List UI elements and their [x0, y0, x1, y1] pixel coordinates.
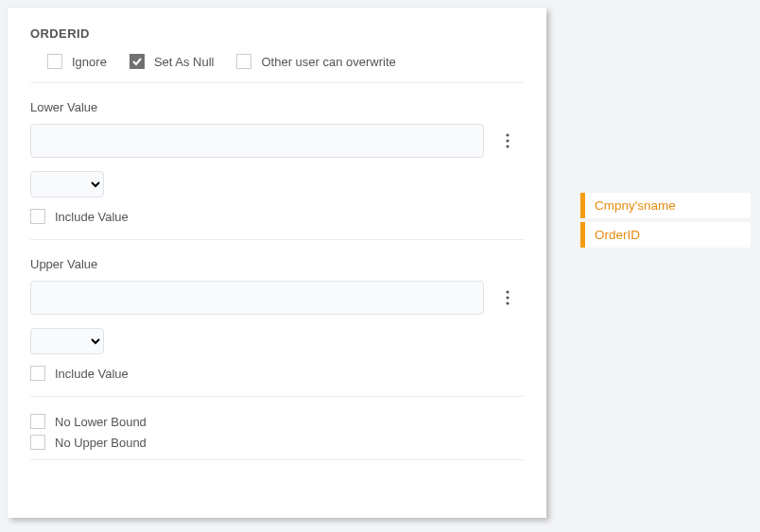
- upper-select[interactable]: [30, 328, 104, 354]
- svg-point-0: [506, 133, 509, 136]
- svg-point-1: [506, 139, 509, 142]
- no-lower-bound-checkbox[interactable]: [30, 414, 45, 429]
- upper-label: Upper Value: [30, 257, 524, 271]
- upper-kebab-icon[interactable]: [499, 286, 516, 309]
- lower-kebab-icon[interactable]: [499, 129, 516, 152]
- set-null-checkbox[interactable]: [130, 54, 145, 69]
- section-title: ORDERID: [30, 26, 524, 41]
- upper-block: Upper Value Include Value: [30, 240, 524, 381]
- lower-include-label: Include Value: [55, 210, 129, 224]
- no-upper-bound-label: No Upper Bound: [55, 436, 147, 450]
- no-upper-bound-checkbox[interactable]: [30, 435, 45, 450]
- bounds-block: No Lower Bound No Upper Bound: [30, 397, 524, 450]
- overwrite-label: Other user can overwrite: [261, 55, 395, 69]
- svg-point-5: [506, 301, 509, 304]
- lower-block: Lower Value Include Value: [30, 83, 524, 224]
- lower-value-input[interactable]: [30, 124, 484, 158]
- svg-point-2: [506, 145, 509, 147]
- upper-value-input[interactable]: [30, 281, 484, 315]
- ignore-checkbox[interactable]: [47, 54, 62, 69]
- overwrite-checkbox[interactable]: [236, 54, 251, 69]
- side-item-orderid[interactable]: OrderID: [580, 222, 751, 248]
- no-lower-bound-label: No Lower Bound: [55, 415, 147, 429]
- lower-label: Lower Value: [30, 100, 524, 114]
- lower-select[interactable]: [30, 171, 104, 197]
- ignore-label: Ignore: [72, 55, 107, 69]
- side-list: Cmpny'sname OrderID: [580, 8, 751, 518]
- set-null-label: Set As Null: [154, 55, 215, 69]
- svg-point-4: [506, 296, 509, 299]
- svg-point-3: [506, 290, 509, 293]
- side-item-company[interactable]: Cmpny'sname: [580, 193, 751, 218]
- upper-include-label: Include Value: [55, 367, 129, 381]
- upper-include-checkbox[interactable]: [30, 366, 45, 381]
- divider: [30, 459, 524, 460]
- options-row: Ignore Set As Null Other user can overwr…: [30, 54, 524, 82]
- config-panel: ORDERID Ignore Set As Null Other user ca…: [8, 8, 546, 518]
- lower-include-checkbox[interactable]: [30, 209, 45, 224]
